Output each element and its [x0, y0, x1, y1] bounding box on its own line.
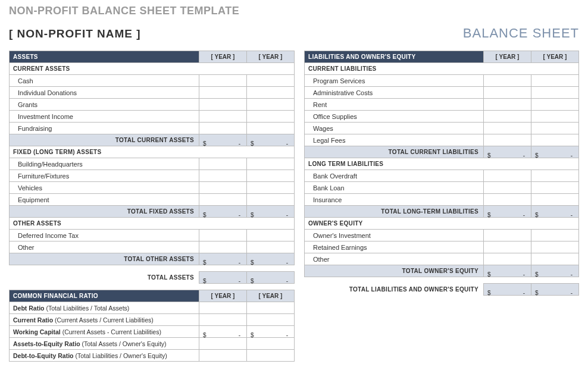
table-row: Bank Overdraft: [305, 170, 579, 182]
value-cell[interactable]: [484, 230, 531, 241]
total-current-assets-label: TOTAL CURRENT ASSETS: [10, 134, 199, 146]
value-cell[interactable]: [531, 182, 579, 194]
value-cell[interactable]: [484, 241, 531, 253]
value-cell[interactable]: [484, 75, 531, 87]
ratio-value: [199, 302, 247, 314]
value-cell[interactable]: [531, 123, 579, 134]
value-cell[interactable]: [531, 194, 579, 206]
value-cell[interactable]: [531, 134, 579, 146]
value-cell[interactable]: [199, 230, 247, 241]
value-cell[interactable]: [531, 230, 579, 241]
ratio-table: COMMON FINANCIAL RATIO [ YEAR ] [ YEAR ]…: [9, 290, 295, 362]
value-cell[interactable]: [484, 170, 531, 182]
value-cell[interactable]: [199, 99, 247, 111]
total-other-assets-label: TOTAL OTHER ASSETS: [10, 253, 199, 265]
value-cell[interactable]: [484, 134, 531, 146]
item-label: Legal Fees: [305, 134, 484, 146]
value-cell[interactable]: [247, 182, 295, 194]
table-row: Rent: [305, 99, 579, 111]
value-cell[interactable]: [247, 123, 295, 134]
ratio-value: [199, 314, 247, 326]
value-cell[interactable]: [199, 241, 247, 253]
value-cell[interactable]: [484, 99, 531, 111]
value-cell[interactable]: [199, 182, 247, 194]
total-liab-equity-label: TOTAL LIABILITIES AND OWNER'S EQUITY: [304, 284, 484, 296]
value-cell[interactable]: [247, 111, 295, 123]
table-row: Equipment: [10, 194, 295, 206]
table-row: Bank Loan: [305, 182, 579, 194]
total-assets-table: TOTAL ASSETS $- $-: [9, 271, 295, 284]
liabilities-column: LIABILITIES AND OWNER'S EQUITY [ YEAR ] …: [304, 51, 579, 368]
org-name: [ NON-PROFIT NAME ]: [9, 27, 141, 40]
item-label: Retained Earnings: [305, 241, 484, 253]
value-cell[interactable]: [531, 75, 579, 87]
table-row: Insurance: [305, 194, 579, 206]
value-cell[interactable]: [247, 158, 295, 170]
value-cell[interactable]: [531, 87, 579, 99]
ratio-row: Assets-to-Equity Ratio (Total Assets / O…: [10, 338, 295, 350]
total-cell: $-: [531, 284, 579, 296]
item-label: Other: [305, 253, 484, 265]
ratio-label: Working Capital (Current Assets - Curren…: [10, 326, 199, 338]
fixed-assets-title: FIXED (LONG TERM) ASSETS: [10, 146, 295, 158]
value-cell[interactable]: [531, 241, 579, 253]
item-label: Equipment: [10, 194, 199, 206]
value-cell[interactable]: [484, 111, 531, 123]
ratio-label: Debt-to-Equity Ratio (Total Liabilities …: [10, 350, 199, 362]
value-cell[interactable]: [247, 194, 295, 206]
value-cell[interactable]: [531, 170, 579, 182]
table-row: Program Services: [305, 75, 579, 87]
value-cell[interactable]: [247, 75, 295, 87]
total-current-liab-label: TOTAL CURRENT LIABILITIES: [305, 146, 484, 158]
table-row: Cash: [10, 75, 295, 87]
value-cell[interactable]: [531, 99, 579, 111]
value-cell[interactable]: [484, 194, 531, 206]
value-cell[interactable]: [247, 230, 295, 241]
template-title: NON-PROFIT BALANCE SHEET TEMPLATE: [9, 5, 579, 17]
table-row: Vehicles: [10, 182, 295, 194]
value-cell[interactable]: [247, 87, 295, 99]
value-cell[interactable]: [199, 123, 247, 134]
value-cell[interactable]: [247, 170, 295, 182]
item-label: Bank Overdraft: [305, 170, 484, 182]
table-row: Investment Income: [10, 111, 295, 123]
ratio-value: $-: [199, 326, 247, 338]
ratio-header: COMMON FINANCIAL RATIO: [10, 290, 199, 302]
table-row: Wages: [305, 123, 579, 134]
item-label: Vehicles: [10, 182, 199, 194]
item-label: Cash: [10, 75, 199, 87]
value-cell[interactable]: [531, 111, 579, 123]
value-cell[interactable]: [484, 253, 531, 265]
item-label: Furniture/Fixtures: [10, 170, 199, 182]
value-cell[interactable]: [484, 182, 531, 194]
other-assets-title: OTHER ASSETS: [10, 218, 295, 230]
year-header-1: [ YEAR ]: [199, 51, 247, 63]
total-cell: $-: [247, 253, 295, 265]
value-cell[interactable]: [199, 158, 247, 170]
assets-table: ASSETS [ YEAR ] [ YEAR ] CURRENT ASSETS …: [9, 51, 295, 265]
value-cell[interactable]: [247, 99, 295, 111]
total-cell: $-: [247, 134, 295, 146]
current-assets-title: CURRENT ASSETS: [10, 63, 295, 75]
value-cell[interactable]: [199, 170, 247, 182]
value-cell[interactable]: [247, 241, 295, 253]
assets-column: ASSETS [ YEAR ] [ YEAR ] CURRENT ASSETS …: [9, 51, 295, 368]
table-row: Legal Fees: [305, 134, 579, 146]
table-row: Building/Headquarters: [10, 158, 295, 170]
ratio-value: [247, 314, 295, 326]
total-cell: $-: [531, 206, 579, 218]
total-cell: $-: [531, 146, 579, 158]
value-cell[interactable]: [531, 253, 579, 265]
value-cell[interactable]: [199, 87, 247, 99]
item-label: Rent: [305, 99, 484, 111]
ratio-value: [199, 350, 247, 362]
value-cell[interactable]: [484, 87, 531, 99]
value-cell[interactable]: [199, 75, 247, 87]
item-label: Individual Donations: [10, 87, 199, 99]
value-cell[interactable]: [484, 123, 531, 134]
ratio-row: Current Ratio (Current Assets / Current …: [10, 314, 295, 326]
value-cell[interactable]: [199, 111, 247, 123]
ratio-value: [199, 338, 247, 350]
item-label: Other: [10, 241, 199, 253]
value-cell[interactable]: [199, 194, 247, 206]
